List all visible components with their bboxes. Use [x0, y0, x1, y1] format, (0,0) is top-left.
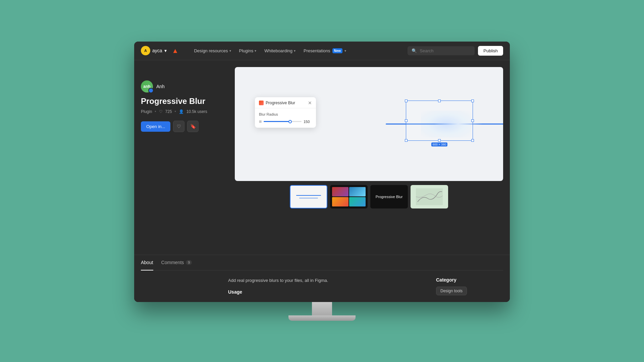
- chevron-down-icon: ▾: [344, 49, 346, 53]
- selection-handle: [405, 139, 408, 142]
- selection-handle: [471, 100, 474, 102]
- category-title: Category: [436, 277, 503, 283]
- plugin-title: Progressive Blur: [141, 97, 228, 106]
- comments-count-badge: 9: [186, 260, 192, 265]
- about-content: Add real progressive blurs to your files…: [134, 270, 510, 302]
- new-badge: New: [332, 48, 343, 53]
- svg-rect-0: [416, 188, 443, 205]
- main-preview-image: Progressive Blur ✕ Blur Radius ⊞: [235, 67, 503, 181]
- thumb-image: [349, 197, 366, 206]
- thumb-text: Progressive Blur: [376, 195, 403, 199]
- slider-row: ⊞ 150: [259, 120, 312, 124]
- heart-icon: ♡: [177, 124, 181, 129]
- presentations-label: Presentations: [304, 48, 330, 53]
- chevron-down-icon: ▾: [229, 49, 231, 53]
- panel-header: Progressive Blur ✕: [255, 97, 316, 108]
- bookmark-icon: 🔖: [190, 124, 196, 129]
- plugin-author: anh Anh: [141, 80, 228, 93]
- users-count: 10.5k users: [186, 109, 207, 114]
- selection-size-label: 600 × 380: [431, 142, 447, 146]
- main-content: anh Anh Progressive Blur Plugin • ♡ 725 …: [134, 60, 510, 255]
- usage-title: Usage: [228, 289, 423, 295]
- left-sidebar: anh Anh Progressive Blur Plugin • ♡ 725 …: [141, 67, 228, 248]
- blur-visual-container: 600 × 380: [406, 101, 486, 147]
- thumbnail-strip: Progressive Blur: [235, 185, 503, 208]
- design-resources-label: Design resources: [194, 48, 228, 53]
- tab-about[interactable]: About: [141, 255, 153, 270]
- tab-comments-label: Comments: [161, 260, 184, 265]
- nav-right: 🔍 Publish: [408, 46, 503, 56]
- avatar: anh: [141, 80, 153, 93]
- panel-body: Blur Radius ⊞ 150: [255, 108, 316, 128]
- about-right: Category Design tools: [436, 277, 503, 295]
- selection-box: 600 × 380: [406, 101, 473, 141]
- chevron-down-icon: ▾: [255, 49, 256, 53]
- navbar: A ayca ▾ ▲ Design resources ▾ Plugins ▾: [134, 42, 510, 60]
- blur-value: 150: [304, 120, 312, 124]
- thumbnail-1[interactable]: [290, 185, 327, 208]
- design-resources-menu[interactable]: Design resources ▾: [191, 46, 234, 55]
- selection-handle: [438, 100, 441, 102]
- tabs: About Comments 9: [141, 255, 503, 270]
- plugin-type: Plugin: [141, 109, 152, 114]
- selection-handle: [438, 139, 441, 142]
- thumbnail-3[interactable]: Progressive Blur: [370, 185, 408, 208]
- plugins-menu[interactable]: Plugins ▾: [236, 46, 260, 55]
- chevron-down-icon: ▾: [164, 48, 167, 53]
- nav-links: Design resources ▾ Plugins ▾ Whiteboardi…: [191, 46, 350, 55]
- plugin-meta: Plugin • ♡ 725 • 👤 10.5k users: [141, 109, 228, 114]
- username-label: ayca: [152, 48, 162, 53]
- blur-radius-label: Blur Radius: [259, 112, 312, 116]
- close-icon[interactable]: ✕: [308, 101, 312, 105]
- meta-separator: •: [155, 109, 156, 114]
- tab-about-label: About: [141, 260, 153, 265]
- thumb-image: [332, 197, 348, 206]
- tabs-section: About Comments 9: [134, 255, 510, 270]
- selection-handle: [405, 119, 408, 122]
- like-icon: ♡: [159, 109, 163, 114]
- selection-handle: [405, 100, 408, 102]
- open-in-button[interactable]: Open in...: [141, 121, 170, 132]
- grid-icon: ⊞: [259, 120, 262, 123]
- thumb-image: [349, 187, 366, 196]
- about-left: Add real progressive blurs to your files…: [228, 277, 423, 295]
- author-name: Anh: [156, 84, 165, 89]
- search-input[interactable]: [420, 48, 471, 53]
- plugin-panel: Progressive Blur ✕ Blur Radius ⊞: [255, 97, 316, 128]
- search-box[interactable]: 🔍: [408, 46, 475, 55]
- thumbnail-2[interactable]: [330, 185, 368, 208]
- whiteboarding-menu[interactable]: Whiteboarding ▾: [261, 46, 299, 55]
- meta-separator: •: [175, 109, 176, 114]
- monitor-stand: [288, 302, 356, 321]
- plugin-actions: Open in... ♡ 🔖: [141, 121, 228, 132]
- like-button[interactable]: ♡: [173, 121, 184, 132]
- about-description: Add real progressive blurs to your files…: [228, 277, 423, 284]
- map-icon: [416, 188, 443, 205]
- presentations-menu[interactable]: Presentations New ▾: [300, 46, 350, 55]
- chevron-down-icon: ▾: [294, 49, 296, 53]
- category-tag: Design tools: [436, 287, 467, 295]
- thumbnail-4[interactable]: [411, 185, 448, 208]
- preview-area: Progressive Blur ✕ Blur Radius ⊞: [235, 67, 503, 248]
- tab-comments[interactable]: Comments 9: [161, 255, 192, 270]
- slider-thumb[interactable]: [288, 120, 292, 123]
- panel-title-row: Progressive Blur: [259, 101, 295, 105]
- figma-logo-icon: [259, 101, 264, 105]
- nav-left: A ayca ▾ ▲ Design resources ▾ Plugins ▾: [141, 46, 408, 55]
- blur-slider[interactable]: [264, 121, 302, 122]
- publish-button[interactable]: Publish: [478, 46, 503, 56]
- slider-fill: [264, 121, 290, 122]
- likes-count: 725: [165, 109, 172, 114]
- avatar: A: [141, 46, 150, 55]
- panel-title: Progressive Blur: [266, 101, 295, 105]
- bookmark-button[interactable]: 🔖: [187, 121, 199, 132]
- stand-base: [288, 315, 356, 321]
- users-icon: 👤: [179, 109, 184, 114]
- search-icon: 🔍: [412, 48, 417, 53]
- whiteboarding-label: Whiteboarding: [264, 48, 292, 53]
- selection-handle: [471, 119, 474, 122]
- stand-neck: [312, 302, 332, 315]
- figma-icon: ▲: [172, 47, 179, 55]
- plugins-label: Plugins: [239, 48, 254, 53]
- user-menu-button[interactable]: A ayca ▾: [141, 46, 167, 55]
